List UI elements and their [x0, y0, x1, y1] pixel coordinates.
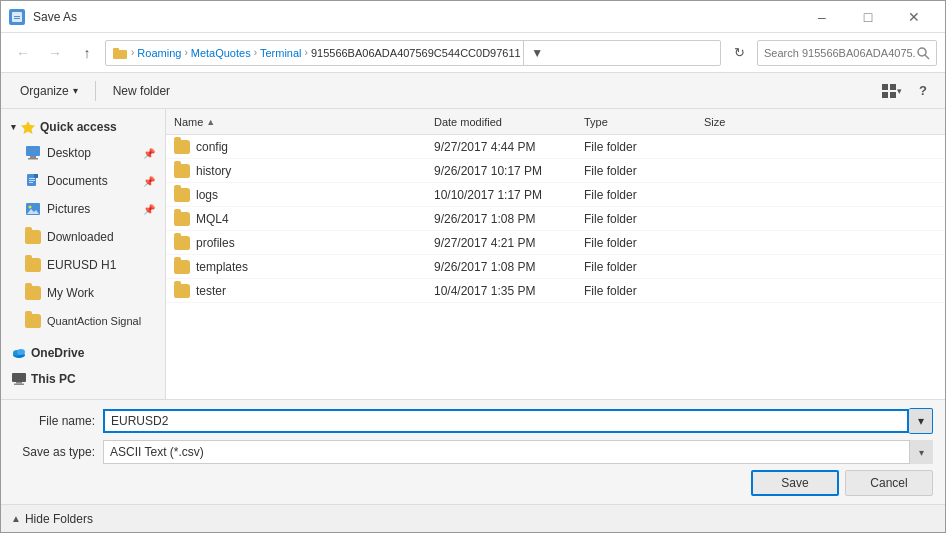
sidebar-item-pictures[interactable]: Pictures 📌: [1, 195, 165, 223]
file-modified-history: 9/26/2017 10:17 PM: [434, 164, 584, 178]
refresh-button[interactable]: ↻: [725, 39, 753, 67]
quick-access-label: Quick access: [40, 120, 117, 134]
column-modified-label: Date modified: [434, 116, 502, 128]
table-row[interactable]: config 9/27/2017 4:44 PM File folder: [166, 135, 945, 159]
breadcrumb: › Roaming › MetaQuotes › Terminal › 9155…: [105, 40, 721, 66]
column-modified[interactable]: Date modified: [434, 116, 584, 128]
sidebar-item-eurusd[interactable]: EURUSD H1: [1, 251, 165, 279]
breadcrumb-dropdown[interactable]: ▼: [523, 40, 551, 66]
column-name[interactable]: Name ▲: [174, 116, 434, 128]
sidebar-item-mywork[interactable]: My Work: [1, 279, 165, 307]
svg-rect-19: [29, 182, 33, 183]
svg-rect-18: [29, 180, 35, 181]
sidebar-section-quick-access[interactable]: ▾ Quick access: [1, 113, 165, 139]
toolbar-right: ▾ ?: [877, 77, 937, 105]
quick-access-chevron: ▾: [11, 122, 16, 132]
table-row[interactable]: profiles 9/27/2017 4:21 PM File folder: [166, 231, 945, 255]
table-row[interactable]: MQL4 9/26/2017 1:08 PM File folder: [166, 207, 945, 231]
desktop-icon: [25, 145, 41, 161]
sidebar-item-downloaded[interactable]: Downloaded: [1, 223, 165, 251]
svg-point-21: [29, 206, 32, 209]
column-type[interactable]: Type: [584, 116, 704, 128]
column-size-label: Size: [704, 116, 725, 128]
search-icon: [916, 46, 930, 60]
breadcrumb-metaquotes[interactable]: MetaQuotes: [191, 47, 251, 59]
table-row[interactable]: logs 10/10/2017 1:17 PM File folder: [166, 183, 945, 207]
hide-folders-bar[interactable]: ▲ Hide Folders: [1, 504, 945, 532]
svg-point-5: [918, 48, 926, 56]
mywork-folder-icon: [25, 286, 41, 300]
sidebar-section-thispc[interactable]: This PC: [1, 365, 165, 391]
sidebar-section-network[interactable]: Network: [1, 391, 165, 399]
svg-rect-8: [890, 84, 896, 90]
toolbar: Organize ▾ New folder ▾ ?: [1, 73, 945, 109]
svg-rect-4: [113, 48, 119, 51]
table-row[interactable]: templates 9/26/2017 1:08 PM File folder: [166, 255, 945, 279]
breadcrumb-current: 915566BA06ADA407569C544CC0D97611: [311, 47, 521, 59]
file-name-mql4: MQL4: [174, 212, 434, 226]
sidebar-item-documents[interactable]: Documents 📌: [1, 167, 165, 195]
file-name-logs: logs: [174, 188, 434, 202]
organize-button[interactable]: Organize ▾: [9, 77, 89, 105]
svg-rect-28: [14, 384, 24, 386]
actions-row: Save Cancel: [13, 470, 933, 496]
thispc-icon: [11, 371, 27, 387]
svg-rect-27: [16, 382, 22, 384]
back-button: ←: [9, 39, 37, 67]
help-button[interactable]: ?: [909, 77, 937, 105]
save-button[interactable]: Save: [751, 470, 839, 496]
svg-rect-26: [12, 373, 26, 382]
file-name-config: config: [174, 140, 434, 154]
file-name-tester: tester: [174, 284, 434, 298]
file-type-history: File folder: [584, 164, 704, 178]
search-input[interactable]: [764, 47, 916, 59]
close-button[interactable]: ✕: [891, 1, 937, 33]
file-modified-mql4: 9/26/2017 1:08 PM: [434, 212, 584, 226]
organize-chevron: ▾: [73, 85, 78, 96]
save-type-dropdown[interactable]: ▾: [909, 408, 933, 434]
filename-label: File name:: [13, 414, 103, 428]
svg-marker-11: [21, 121, 35, 134]
file-type-config: File folder: [584, 140, 704, 154]
onedrive-icon: [11, 345, 27, 361]
search-box: [757, 40, 937, 66]
sidebar-section-onedrive[interactable]: OneDrive: [1, 339, 165, 365]
svg-rect-13: [30, 156, 36, 158]
hide-folders-chevron: ▲: [11, 513, 21, 524]
sidebar-item-desktop[interactable]: Desktop 📌: [1, 139, 165, 167]
address-bar: ← → ↑ › Roaming › MetaQuotes › Terminal …: [1, 33, 945, 73]
breadcrumb-roaming[interactable]: Roaming: [137, 47, 181, 59]
column-name-label: Name: [174, 116, 203, 128]
table-row[interactable]: tester 10/4/2017 1:35 PM File folder: [166, 279, 945, 303]
sidebar-item-quantaction[interactable]: QuantAction Signal: [1, 307, 165, 335]
folder-icon-logs: [174, 188, 190, 202]
breadcrumb-sep-0: ›: [131, 47, 134, 58]
svg-rect-7: [882, 84, 888, 90]
folder-nav-icon: [112, 45, 128, 61]
save-as-dialog: Save As – □ ✕ ← → ↑ › Roaming › MetaQuot…: [0, 0, 946, 533]
view-button[interactable]: ▾: [877, 77, 905, 105]
view-dropdown-arrow: ▾: [897, 86, 902, 96]
maximize-button[interactable]: □: [845, 1, 891, 33]
svg-rect-14: [28, 158, 38, 160]
svg-rect-17: [29, 178, 35, 179]
column-size[interactable]: Size: [704, 116, 937, 128]
quick-access-icon: [20, 119, 36, 135]
breadcrumb-terminal[interactable]: Terminal: [260, 47, 302, 59]
window-title: Save As: [33, 10, 77, 24]
minimize-button[interactable]: –: [799, 1, 845, 33]
documents-icon: [25, 173, 41, 189]
cancel-button[interactable]: Cancel: [845, 470, 933, 496]
table-row[interactable]: history 9/26/2017 10:17 PM File folder: [166, 159, 945, 183]
filetype-select-wrapper: ▾: [103, 440, 933, 464]
new-folder-button[interactable]: New folder: [102, 77, 181, 105]
file-type-profiles: File folder: [584, 236, 704, 250]
filename-input[interactable]: [103, 409, 909, 433]
svg-rect-1: [14, 16, 20, 17]
up-button[interactable]: ↑: [73, 39, 101, 67]
sort-icon: ▲: [206, 117, 215, 127]
file-modified-templates: 9/26/2017 1:08 PM: [434, 260, 584, 274]
filetype-row: Save as type: ▾: [13, 440, 933, 464]
file-name-templates: templates: [174, 260, 434, 274]
documents-pin-icon: 📌: [143, 176, 155, 187]
